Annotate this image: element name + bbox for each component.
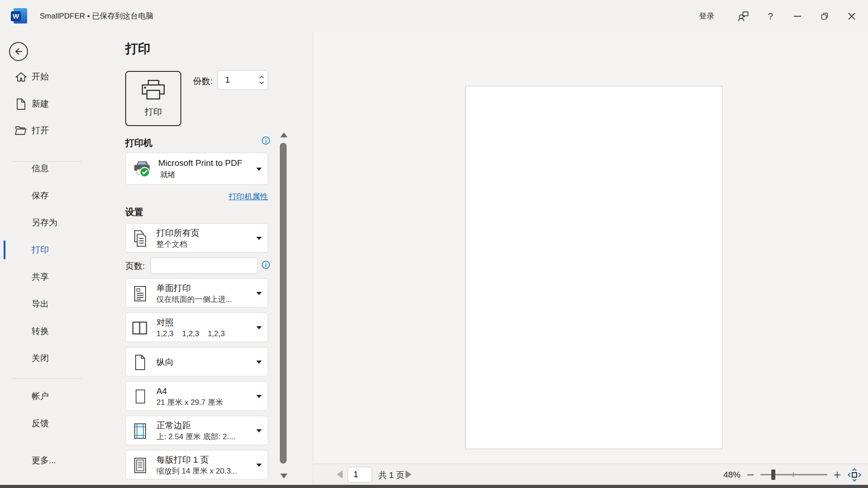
scroll-down-icon[interactable] bbox=[280, 474, 288, 479]
fit-to-page-button[interactable] bbox=[847, 468, 862, 482]
orientation-dropdown[interactable]: 纵向 bbox=[125, 347, 268, 376]
print-all-pages-icon bbox=[131, 229, 149, 248]
chevron-down-icon bbox=[256, 395, 262, 398]
print-preview-pane bbox=[313, 32, 868, 464]
pages-label: 页数: bbox=[125, 260, 145, 272]
print-button-label: 打印 bbox=[145, 106, 162, 118]
paper-size-icon bbox=[131, 387, 149, 406]
duplex-dropdown[interactable]: 单面打印 仅在纸面的一侧上进... bbox=[125, 278, 268, 308]
collated-icon bbox=[131, 319, 149, 337]
chevron-down-icon bbox=[256, 429, 262, 432]
margins-icon bbox=[131, 422, 149, 440]
sidebar-item-export[interactable]: 导出 bbox=[0, 291, 94, 318]
printer-properties-link[interactable]: 打印机属性 bbox=[229, 191, 269, 202]
portrait-icon bbox=[131, 353, 149, 371]
chevron-down-icon bbox=[256, 237, 262, 240]
print-button[interactable]: 打印 bbox=[125, 71, 181, 126]
pages-per-sheet-dropdown[interactable]: 每版打印 1 页 缩放到 14 厘米 x 20.3... bbox=[125, 450, 268, 479]
restore-button[interactable] bbox=[811, 0, 838, 32]
paper-size-dropdown[interactable]: A4 21 厘米 x 29.7 厘米 bbox=[125, 381, 268, 411]
next-page-button[interactable] bbox=[406, 470, 411, 479]
sign-in-button[interactable]: 登录 bbox=[695, 11, 718, 21]
print-panel: 打印 打印 份数: 打印机 bbox=[94, 32, 313, 485]
sidebar-item-feedback[interactable]: 反馈 bbox=[0, 410, 94, 437]
spin-up-icon[interactable] bbox=[259, 75, 264, 79]
current-page-input[interactable] bbox=[348, 467, 372, 483]
home-icon bbox=[14, 70, 27, 83]
spin-down-icon[interactable] bbox=[259, 81, 264, 84]
sidebar-item-save-as[interactable]: 另存为 bbox=[0, 209, 94, 236]
copies-label: 份数: bbox=[193, 75, 212, 87]
chevron-down-icon bbox=[256, 361, 262, 364]
printer-info-icon[interactable] bbox=[261, 136, 270, 145]
close-button[interactable] bbox=[838, 0, 865, 32]
print-range-dropdown[interactable]: 打印所有页 整个文档 bbox=[125, 223, 268, 253]
pages-info-icon[interactable] bbox=[261, 260, 270, 269]
page-title: 打印 bbox=[125, 40, 151, 57]
active-indicator bbox=[4, 240, 5, 259]
sidebar-item-account[interactable]: 帐户 bbox=[0, 383, 94, 410]
sidebar-item-new[interactable]: 新建 bbox=[0, 90, 94, 117]
panel-scrollbar[interactable] bbox=[280, 143, 287, 464]
collation-dropdown[interactable]: 对照 1,2,3 1,2,3 1,2,3 bbox=[125, 313, 268, 342]
printer-status: 就绪 bbox=[160, 169, 242, 180]
new-document-icon bbox=[14, 98, 27, 110]
printer-section-heading: 打印机 bbox=[125, 137, 152, 149]
fit-to-page-icon bbox=[848, 468, 861, 482]
sidebar-item-close-doc[interactable]: 关闭 bbox=[0, 345, 94, 372]
feedback-person-icon[interactable] bbox=[730, 0, 757, 32]
sidebar-divider bbox=[12, 378, 81, 379]
chevron-down-icon bbox=[256, 464, 262, 467]
one-sided-icon bbox=[131, 284, 149, 303]
zoom-slider-thumb[interactable] bbox=[771, 469, 775, 480]
chevron-down-icon bbox=[256, 292, 262, 295]
back-arrow-icon bbox=[14, 47, 24, 56]
sidebar-item-home[interactable]: 开始 bbox=[0, 63, 94, 90]
word-app-icon: W bbox=[11, 8, 27, 24]
printer-status-icon bbox=[132, 160, 152, 178]
previous-page-button[interactable] bbox=[337, 470, 343, 479]
pages-input[interactable] bbox=[151, 258, 258, 274]
sidebar-item-save[interactable]: 保存 bbox=[0, 182, 94, 209]
minimize-button[interactable] bbox=[784, 0, 811, 32]
page-count-label: 共 1 页 bbox=[378, 469, 405, 481]
pages-per-sheet-icon bbox=[131, 456, 149, 474]
chevron-down-icon bbox=[256, 326, 262, 329]
printer-dropdown[interactable]: Microsoft Print to PDF 就绪 bbox=[125, 153, 268, 185]
preview-page bbox=[465, 86, 722, 449]
sidebar-item-print[interactable]: 打印 bbox=[0, 236, 94, 263]
backstage-sidebar: 开始 新建 打开 信息 保存 另存为 打印 共享 导出 转换 关闭 帐户 反馈 bbox=[0, 32, 94, 485]
zoom-level-label: 48% bbox=[723, 470, 741, 480]
scroll-up-icon[interactable] bbox=[280, 132, 288, 137]
word-logo-letter: W bbox=[11, 11, 21, 21]
zoom-out-button[interactable] bbox=[747, 474, 754, 475]
help-icon[interactable]: ? bbox=[757, 0, 784, 32]
zoom-in-button[interactable] bbox=[834, 472, 840, 478]
chevron-down-icon bbox=[256, 168, 262, 171]
sidebar-item-transform[interactable]: 转换 bbox=[0, 318, 94, 345]
word-backstage-window: W SmallPDFER • 已保存到这台电脑 登录 ? 开始 bbox=[0, 0, 868, 488]
printer-name: Microsoft Print to PDF bbox=[158, 157, 242, 169]
title-bar: W SmallPDFER • 已保存到这台电脑 登录 ? bbox=[0, 0, 868, 32]
document-title: SmallPDFER • 已保存到这台电脑 bbox=[40, 11, 154, 21]
sidebar-item-share[interactable]: 共享 bbox=[0, 263, 94, 291]
back-button[interactable] bbox=[9, 42, 28, 61]
open-folder-icon bbox=[14, 124, 27, 137]
sidebar-item-more[interactable]: 更多... bbox=[0, 447, 94, 474]
window-bottom-edge bbox=[0, 485, 868, 488]
sidebar-item-open[interactable]: 打开 bbox=[0, 117, 94, 144]
zoom-slider[interactable] bbox=[760, 474, 827, 475]
settings-section-heading: 设置 bbox=[125, 206, 143, 218]
margins-dropdown[interactable]: 正常边距 上: 2.54 厘米 底部: 2.... bbox=[125, 416, 268, 445]
printer-icon bbox=[139, 79, 167, 103]
copies-input[interactable] bbox=[218, 75, 250, 85]
preview-status-bar: 共 1 页 48% bbox=[313, 464, 868, 485]
sidebar-item-info[interactable]: 信息 bbox=[0, 155, 94, 182]
copies-stepper[interactable] bbox=[217, 70, 268, 90]
